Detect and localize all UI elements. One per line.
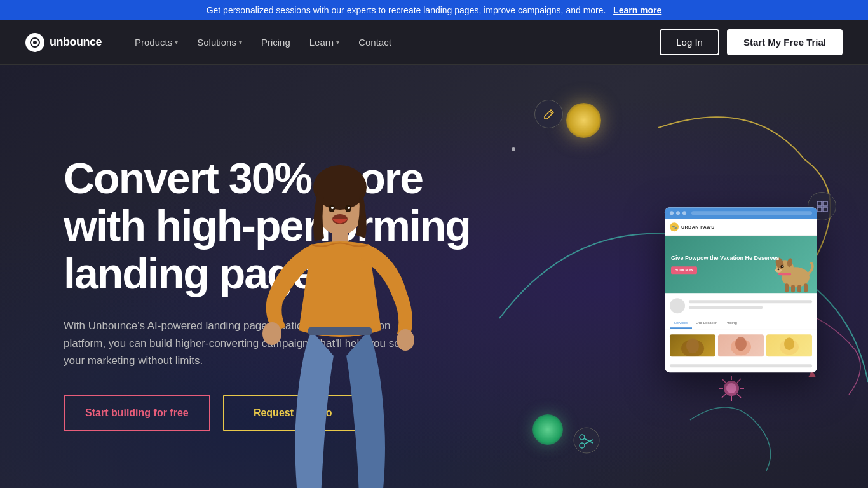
mockup-hero-content: Give Powpow the Vacation He Deserves BOO… <box>671 255 780 274</box>
mockup-gallery-item-2 <box>718 334 764 356</box>
nav-item-pricing[interactable]: Pricing <box>254 32 298 53</box>
svg-rect-39 <box>823 207 827 212</box>
mockup-line-2 <box>689 306 763 309</box>
mockup-browser-bar <box>665 207 817 219</box>
header-right: Log In Start My Free Trial <box>660 29 843 55</box>
mockup-site-header: 🐾 URBAN PAWS <box>665 219 817 236</box>
mockup-dot-2 <box>676 211 680 215</box>
mockup-gallery-item-3 <box>766 334 812 356</box>
mockup-dot-3 <box>682 211 686 215</box>
mockup-site-logo: 🐾 <box>670 222 679 231</box>
svg-point-16 <box>348 207 350 209</box>
logo-icon <box>25 33 44 52</box>
svg-rect-26 <box>791 285 795 292</box>
svg-rect-38 <box>817 207 822 212</box>
decorative-edit-icon <box>534 100 563 128</box>
svg-point-1 <box>33 41 37 44</box>
svg-rect-7 <box>308 327 372 335</box>
mockup-avatar <box>670 298 685 313</box>
mockup-tab-services: Services <box>670 318 692 329</box>
svg-point-6 <box>397 329 414 351</box>
svg-point-5 <box>262 322 281 345</box>
svg-rect-36 <box>817 201 822 206</box>
mockup-dot-1 <box>670 211 674 215</box>
mockup-dog-image <box>773 245 815 293</box>
decorative-dot <box>512 147 515 151</box>
hero-person-illustration <box>229 140 445 488</box>
main-nav: Products ▾ Solutions ▾ Pricing Learn ▾ C… <box>127 32 399 53</box>
mockup-text-lines <box>689 300 812 311</box>
products-chevron-icon: ▾ <box>175 39 178 46</box>
nav-item-learn[interactable]: Learn ▾ <box>302 32 347 53</box>
header-left: unbounce Products ▾ Solutions ▾ Pricing … <box>25 32 399 53</box>
hero-section: Convert 30% more with high-performing la… <box>0 65 868 488</box>
svg-line-47 <box>737 394 741 398</box>
mockup-gallery <box>665 329 817 362</box>
nav-item-products[interactable]: Products ▾ <box>127 32 186 53</box>
svg-point-41 <box>726 383 736 393</box>
mockup-nav-tabs: Services Our Location Pricing <box>665 318 817 329</box>
mockup-gallery-item-1 <box>670 334 715 356</box>
decorative-scissors-icon <box>573 426 601 458</box>
svg-point-33 <box>735 337 747 351</box>
decorative-orb-green <box>532 414 563 445</box>
mockup-line-1 <box>689 300 812 303</box>
announcement-text: Get personalized sessions with our exper… <box>207 5 606 15</box>
mockup-profile-section <box>665 293 817 318</box>
svg-point-31 <box>686 338 699 353</box>
landing-page-mockup: 🐾 URBAN PAWS Give Powpow the Vacation He… <box>665 207 817 372</box>
decorative-pink-star <box>715 372 747 407</box>
svg-rect-25 <box>785 283 789 292</box>
mockup-footer-line <box>670 364 812 367</box>
nav-item-solutions[interactable]: Solutions ▾ <box>189 32 250 53</box>
svg-rect-37 <box>823 201 827 206</box>
logo-wordmark: unbounce <box>50 36 102 49</box>
announcement-bar: Get personalized sessions with our exper… <box>0 0 868 20</box>
announcement-link[interactable]: Learn more <box>613 5 661 15</box>
mockup-hero-title: Give Powpow the Vacation He Deserves <box>671 255 780 262</box>
mockup-cta-button: BOOK NOW <box>671 266 697 274</box>
nav-item-contact[interactable]: Contact <box>351 32 399 53</box>
svg-line-49 <box>722 394 726 398</box>
svg-point-35 <box>784 337 794 350</box>
mockup-url-bar <box>691 211 812 215</box>
learn-chevron-icon: ▾ <box>336 39 339 46</box>
trial-button[interactable]: Start My Free Trial <box>727 29 843 55</box>
svg-rect-28 <box>804 283 808 292</box>
mockup-tab-pricing: Pricing <box>721 318 740 329</box>
decorative-orb-yellow <box>566 103 601 138</box>
svg-point-22 <box>782 266 783 267</box>
start-free-button[interactable]: Start building for free <box>64 395 210 431</box>
logo[interactable]: unbounce <box>25 33 102 52</box>
solutions-chevron-icon: ▾ <box>239 39 242 46</box>
svg-point-15 <box>331 207 334 209</box>
svg-line-46 <box>722 379 726 383</box>
mockup-site-name: URBAN PAWS <box>681 225 714 229</box>
header: unbounce Products ▾ Solutions ▾ Pricing … <box>0 20 868 65</box>
mockup-hero-area: Give Powpow the Vacation He Deserves BOO… <box>665 236 817 293</box>
svg-rect-29 <box>778 273 791 275</box>
svg-line-48 <box>737 379 741 383</box>
svg-point-50 <box>574 428 599 453</box>
svg-rect-27 <box>797 285 801 292</box>
login-button[interactable]: Log In <box>660 29 719 55</box>
mockup-tab-location: Our Location <box>692 318 721 329</box>
